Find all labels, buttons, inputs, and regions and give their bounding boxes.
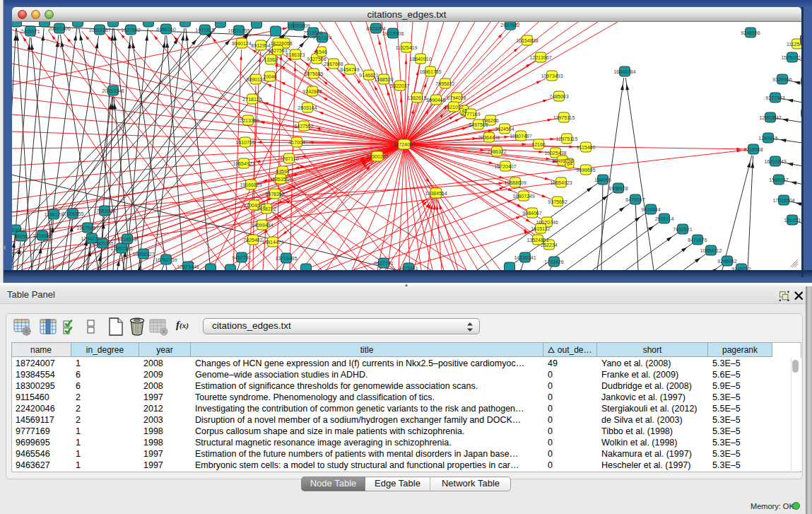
- svg-text:9890134: 9890134: [246, 77, 265, 82]
- svg-text:8990448: 8990448: [426, 98, 445, 103]
- svg-text:16782759: 16782759: [155, 257, 177, 262]
- svg-text:9248506: 9248506: [741, 30, 760, 35]
- svg-text:12823448: 12823448: [177, 264, 199, 269]
- svg-text:9115460: 9115460: [577, 145, 596, 150]
- svg-text:9329966: 9329966: [772, 77, 792, 82]
- svg-text:6497568: 6497568: [469, 122, 488, 127]
- svg-text:9084067: 9084067: [522, 211, 541, 216]
- svg-text:1214519: 1214519: [117, 237, 136, 242]
- svg-text:10973493: 10973493: [541, 74, 563, 78]
- svg-text:9327503: 9327503: [268, 48, 287, 53]
- svg-text:18300295: 18300295: [366, 154, 388, 159]
- svg-text:11353594: 11353594: [270, 177, 292, 182]
- svg-text:17016504: 17016504: [772, 198, 794, 203]
- svg-text:2087682: 2087682: [500, 23, 519, 28]
- svg-text:5322037: 5322037: [390, 83, 409, 88]
- svg-text:18724007: 18724007: [393, 142, 415, 147]
- svg-text:13716485: 13716485: [275, 256, 297, 261]
- svg-text:12975115: 12975115: [556, 136, 578, 141]
- svg-text:16648784: 16648784: [613, 69, 635, 74]
- svg-text:16671355: 16671355: [228, 28, 249, 33]
- svg-text:417004: 417004: [288, 140, 305, 145]
- svg-text:8660124: 8660124: [232, 41, 251, 46]
- svg-text:10958127: 10958127: [132, 252, 154, 257]
- svg-text:9617741: 9617741: [374, 261, 393, 266]
- svg-text:8186323: 8186323: [286, 52, 305, 57]
- svg-text:9457791: 9457791: [232, 255, 251, 260]
- svg-text:5875685: 5875685: [304, 71, 323, 76]
- svg-text:9215958: 9215958: [743, 147, 763, 152]
- svg-text:5878352: 5878352: [265, 192, 284, 197]
- svg-text:12213967: 12213967: [529, 55, 551, 60]
- svg-text:14914479: 14914479: [261, 240, 283, 245]
- svg-text:1621072: 1621072: [444, 105, 463, 110]
- svg-text:16654923: 16654923: [550, 180, 572, 185]
- svg-text:164095: 164095: [594, 177, 611, 182]
- svg-text:16210643: 16210643: [764, 159, 786, 164]
- svg-text:8938928: 8938928: [608, 186, 628, 191]
- svg-text:6794028: 6794028: [447, 95, 466, 100]
- svg-text:1615132: 1615132: [531, 226, 550, 231]
- svg-text:12093832: 12093832: [759, 115, 781, 120]
- svg-text:17004675: 17004675: [243, 203, 265, 208]
- svg-text:1588520: 1588520: [374, 77, 393, 82]
- svg-text:1156129: 1156129: [45, 212, 64, 217]
- svg-text:2935114: 2935114: [655, 216, 674, 221]
- svg-text:1546: 1546: [316, 49, 327, 54]
- svg-text:16654923: 16654923: [233, 161, 254, 166]
- svg-text:7825402: 7825402: [243, 238, 262, 243]
- svg-text:7986322: 7986322: [487, 149, 506, 154]
- svg-text:9699695: 9699695: [576, 168, 595, 173]
- svg-text:9327508: 9327508: [307, 57, 326, 62]
- svg-text:18640910: 18640910: [409, 57, 431, 62]
- svg-text:15720407: 15720407: [494, 164, 516, 169]
- svg-text:13524851: 13524851: [526, 238, 548, 243]
- svg-text:1527602: 1527602: [121, 28, 140, 33]
- svg-text:1215682: 1215682: [33, 233, 52, 238]
- svg-text:1569297: 1569297: [769, 177, 788, 182]
- svg-text:1610755: 1610755: [235, 140, 254, 145]
- svg-text:12213369: 12213369: [237, 118, 259, 123]
- svg-text:3624554: 3624554: [495, 127, 514, 132]
- svg-text:2718120: 2718120: [242, 97, 261, 102]
- svg-text:14136141: 14136141: [514, 255, 536, 260]
- svg-text:10654112: 10654112: [700, 248, 722, 253]
- svg-text:746266: 746266: [482, 118, 498, 123]
- svg-text:10807487: 10807487: [510, 134, 531, 139]
- svg-text:1112: 1112: [801, 37, 801, 42]
- svg-text:17957225: 17957225: [110, 246, 132, 251]
- svg-text:16120746: 16120746: [536, 220, 558, 225]
- svg-text:126753: 126753: [784, 218, 800, 223]
- svg-text:53594: 53594: [276, 169, 290, 174]
- svg-text:2405571: 2405571: [20, 29, 40, 34]
- svg-text:10653287: 10653287: [88, 28, 110, 33]
- svg-text:10025438: 10025438: [544, 151, 566, 156]
- svg-text:12505135: 12505135: [91, 241, 113, 246]
- svg-text:8912954: 8912954: [251, 43, 270, 48]
- svg-text:2867608: 2867608: [324, 62, 343, 66]
- svg-text:1373641: 1373641: [399, 266, 418, 271]
- svg-text:20206555: 20206555: [61, 211, 83, 216]
- svg-text:7357224: 7357224: [312, 35, 331, 40]
- svg-text:19166825: 19166825: [240, 182, 261, 187]
- svg-text:8427552: 8427552: [294, 124, 313, 129]
- svg-text:6966160: 6966160: [156, 27, 175, 32]
- svg-text:19175857: 19175857: [76, 226, 98, 230]
- svg-text:1733426: 1733426: [544, 259, 563, 264]
- svg-text:8813054: 8813054: [366, 26, 385, 31]
- svg-text:9242848: 9242848: [302, 89, 322, 94]
- svg-text:3267110: 3267110: [280, 156, 299, 161]
- svg-text:252234: 252234: [541, 243, 557, 247]
- svg-text:9245012: 9245012: [731, 267, 751, 271]
- svg-text:9474444: 9474444: [641, 207, 660, 212]
- svg-text:16154838: 16154838: [516, 38, 538, 43]
- svg-text:13362: 13362: [264, 57, 278, 62]
- svg-text:9227343: 9227343: [765, 95, 784, 100]
- svg-text:39155: 39155: [14, 234, 28, 239]
- svg-text:7485003: 7485003: [549, 94, 568, 99]
- svg-text:14099484: 14099484: [251, 223, 273, 228]
- svg-text:19218506: 19218506: [382, 31, 404, 36]
- svg-text:1353001: 1353001: [12, 228, 25, 233]
- svg-text:62160: 62160: [531, 142, 546, 147]
- svg-text:1071915: 1071915: [195, 28, 214, 33]
